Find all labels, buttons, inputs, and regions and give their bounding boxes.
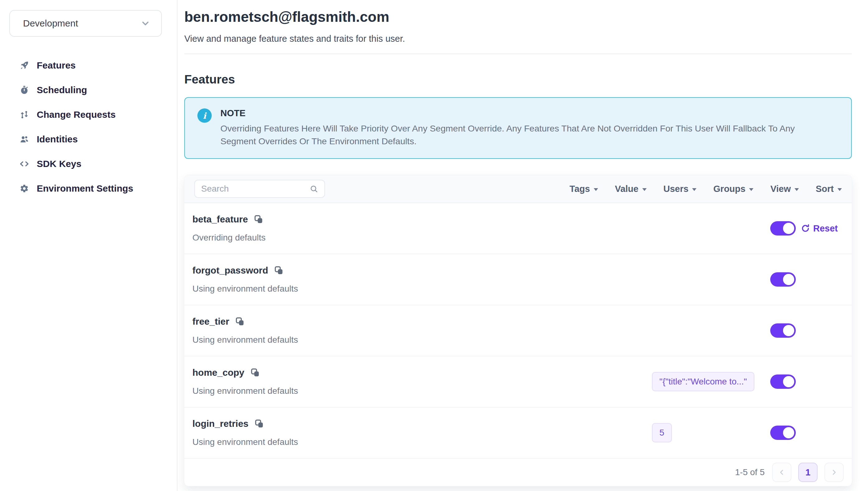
feature-toggle[interactable] bbox=[770, 374, 796, 389]
environment-selector-value: Development bbox=[23, 18, 78, 29]
filter-label: Users bbox=[663, 184, 689, 194]
caret-down-icon bbox=[692, 188, 696, 191]
environment-selector[interactable]: Development bbox=[9, 10, 162, 37]
pagination-summary: 1-5 of 5 bbox=[735, 467, 765, 477]
filter-label: Groups bbox=[713, 184, 745, 194]
feature-row-beta-feature[interactable]: beta_featureOverriding defaultsReset bbox=[184, 203, 852, 254]
sidebar: Development FeaturesSchedulingChange Req… bbox=[0, 0, 178, 491]
sidebar-item-environment-settings[interactable]: Environment Settings bbox=[9, 176, 167, 201]
pagination: 1-5 of 5 1 bbox=[184, 459, 852, 486]
feature-name: forgot_password bbox=[192, 265, 268, 276]
toggle-knob bbox=[783, 274, 794, 285]
feature-value-chip[interactable]: 5 bbox=[652, 423, 672, 442]
feature-row-forgot-password[interactable]: forgot_passwordUsing environment default… bbox=[184, 254, 852, 305]
copy-icon[interactable] bbox=[274, 266, 284, 275]
feature-name: login_retries bbox=[192, 418, 248, 429]
feature-controls bbox=[770, 323, 844, 338]
reset-button[interactable]: Reset bbox=[813, 223, 838, 234]
search-input[interactable] bbox=[201, 184, 309, 194]
filter-tags[interactable]: Tags bbox=[569, 184, 598, 194]
filter-label: Sort bbox=[816, 184, 834, 194]
feature-info: home_copyUsing environment defaults bbox=[192, 367, 652, 396]
toggle-knob bbox=[783, 376, 794, 387]
feature-value-cell: 5 bbox=[652, 423, 770, 442]
sidebar-item-change-requests[interactable]: Change Requests bbox=[9, 102, 167, 127]
sidebar-item-label: Identities bbox=[37, 134, 78, 145]
sidebar-item-features[interactable]: Features bbox=[9, 53, 167, 78]
feature-status: Using environment defaults bbox=[192, 386, 652, 396]
rocket-icon bbox=[19, 60, 29, 70]
caret-down-icon bbox=[594, 188, 598, 191]
caret-down-icon bbox=[749, 188, 753, 191]
filter-value[interactable]: Value bbox=[615, 184, 647, 194]
feature-status: Overriding defaults bbox=[192, 233, 652, 243]
feature-controls bbox=[770, 374, 844, 389]
sidebar-item-scheduling[interactable]: Scheduling bbox=[9, 78, 167, 102]
copy-icon[interactable] bbox=[254, 215, 264, 224]
pagination-next-button[interactable] bbox=[825, 463, 844, 482]
filter-view[interactable]: View bbox=[770, 184, 799, 194]
toggle-knob bbox=[783, 427, 794, 438]
features-heading: Features bbox=[184, 71, 852, 87]
feature-row-free-tier[interactable]: free_tierUsing environment defaults bbox=[184, 305, 852, 356]
note-body: Overriding Features Here Will Take Prior… bbox=[220, 122, 831, 148]
sidebar-menu: FeaturesSchedulingChange RequestsIdentit… bbox=[9, 53, 167, 201]
search-icon bbox=[309, 184, 318, 193]
caret-down-icon bbox=[837, 188, 842, 191]
feature-toggle[interactable] bbox=[770, 221, 796, 235]
feature-info: login_retriesUsing environment defaults bbox=[192, 418, 652, 447]
note-banner: i NOTE Overriding Features Here Will Tak… bbox=[184, 97, 852, 159]
reset-area[interactable]: Reset bbox=[801, 223, 844, 234]
feature-status: Using environment defaults bbox=[192, 335, 652, 345]
feature-name: beta_feature bbox=[192, 214, 248, 225]
chevron-right-icon bbox=[830, 468, 838, 476]
copy-icon[interactable] bbox=[255, 419, 264, 428]
refresh-icon bbox=[801, 224, 810, 233]
sidebar-item-label: Scheduling bbox=[37, 85, 87, 95]
sidebar-item-label: Environment Settings bbox=[37, 183, 133, 194]
code-icon bbox=[19, 159, 29, 169]
feature-value-cell: "{"title":"Welcome to..." bbox=[652, 372, 770, 391]
chevron-left-icon bbox=[778, 468, 786, 476]
info-icon: i bbox=[197, 109, 212, 123]
gear-icon bbox=[19, 183, 29, 194]
filter-users[interactable]: Users bbox=[663, 184, 697, 194]
chevron-down-icon bbox=[141, 19, 150, 28]
feature-info: forgot_passwordUsing environment default… bbox=[192, 265, 652, 294]
main-content: ben.rometsch@flagsmith.com View and mana… bbox=[178, 0, 868, 491]
sidebar-item-sdk-keys[interactable]: SDK Keys bbox=[9, 151, 167, 176]
features-toolbar: TagsValueUsersGroupsViewSort bbox=[184, 175, 852, 203]
copy-icon[interactable] bbox=[251, 368, 260, 377]
filter-bar: TagsValueUsersGroupsViewSort bbox=[569, 184, 842, 194]
page-subtitle: View and manage feature states and trait… bbox=[184, 33, 852, 44]
feature-toggle[interactable] bbox=[770, 426, 796, 440]
feature-row-login-retries[interactable]: login_retriesUsing environment defaults5 bbox=[184, 407, 852, 459]
pagination-page-1-button[interactable]: 1 bbox=[798, 463, 817, 482]
sidebar-item-label: SDK Keys bbox=[37, 158, 81, 169]
filter-label: Value bbox=[615, 184, 639, 194]
filter-sort[interactable]: Sort bbox=[816, 184, 842, 194]
feature-toggle[interactable] bbox=[770, 323, 796, 338]
feature-info: free_tierUsing environment defaults bbox=[192, 316, 652, 345]
feature-value-chip[interactable]: "{"title":"Welcome to..." bbox=[652, 372, 754, 391]
feature-toggle[interactable] bbox=[770, 272, 796, 287]
feature-info: beta_featureOverriding defaults bbox=[192, 214, 652, 243]
note-content: NOTE Overriding Features Here Will Take … bbox=[220, 108, 831, 148]
sidebar-item-identities[interactable]: Identities bbox=[9, 127, 167, 151]
toggle-knob bbox=[783, 223, 794, 234]
feature-name: free_tier bbox=[192, 316, 229, 327]
copy-icon[interactable] bbox=[236, 317, 245, 326]
feature-list: beta_featureOverriding defaultsResetforg… bbox=[184, 203, 852, 459]
stopwatch-icon bbox=[19, 85, 29, 95]
pagination-prev-button[interactable] bbox=[772, 463, 792, 482]
sidebar-item-label: Features bbox=[37, 60, 76, 71]
filter-label: Tags bbox=[569, 184, 590, 194]
feature-controls bbox=[770, 272, 844, 287]
feature-row-home-copy[interactable]: home_copyUsing environment defaults"{"ti… bbox=[184, 356, 852, 407]
features-panel: TagsValueUsersGroupsViewSort beta_featur… bbox=[184, 175, 852, 486]
app-root: Development FeaturesSchedulingChange Req… bbox=[0, 0, 868, 491]
note-title: NOTE bbox=[220, 108, 831, 118]
filter-groups[interactable]: Groups bbox=[713, 184, 753, 194]
feature-controls: Reset bbox=[770, 221, 844, 235]
search-box bbox=[194, 180, 325, 198]
